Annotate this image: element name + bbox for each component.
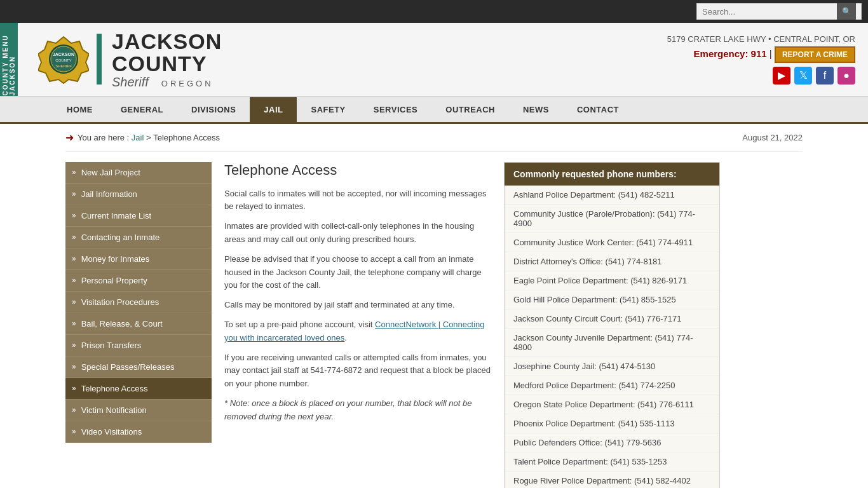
phone-entry: Ashland Police Department: (541) 482-521…	[505, 186, 719, 205]
sidebar-item[interactable]: »Current Inmate List	[65, 205, 212, 227]
you-are-here: You are here :	[78, 133, 129, 142]
sidebar-item-label: Video Visitations	[81, 427, 142, 437]
logo-oregon: OREGON	[161, 79, 214, 88]
breadcrumb-jail-link[interactable]: Jail	[132, 133, 144, 142]
chevron-icon: »	[72, 362, 76, 371]
article: Telephone Access Social calls to inmates…	[224, 162, 491, 430]
svg-text:JACKSON: JACKSON	[53, 52, 74, 57]
article-para-4: Calls may be monitored by jail staff and…	[224, 299, 491, 312]
chevron-icon: »	[72, 319, 76, 328]
breadcrumb-arrow: ➜	[65, 132, 74, 144]
chevron-icon: »	[72, 189, 76, 198]
chevron-icon: »	[72, 276, 76, 285]
header-right: 5179 CRATER LAKE HWY • CENTRAL POINT, OR…	[667, 34, 855, 85]
logo-county: COUNTY	[112, 54, 222, 74]
content-layout: »New Jail Project»Jail Information»Curre…	[65, 162, 803, 488]
phone-entry: Oregon State Police Department: (541) 77…	[505, 395, 719, 414]
article-para-6: If you are receiving unwanted calls or a…	[224, 351, 491, 391]
breadcrumb-current: Telephone Access	[153, 133, 220, 142]
nav-item-outreach[interactable]: OUTREACH	[431, 97, 509, 122]
phone-entry: Josephine County Jail: (541) 474-5130	[505, 357, 719, 376]
side-menu[interactable]: JACKSON COUNTY MENU	[0, 23, 18, 96]
sidebar-item[interactable]: »New Jail Project	[65, 162, 212, 184]
breadcrumb: ➜ You are here : Jail > Telephone Access	[65, 132, 220, 144]
header: JACKSON COUNTY MENU JACKSON COUNTY SHERI…	[0, 23, 868, 97]
phone-entry: Medford Police Department: (541) 774-225…	[505, 376, 719, 395]
nav-item-safety[interactable]: SAFETY	[297, 97, 359, 122]
phone-entry: Rogue River Police Department: (541) 582…	[505, 471, 719, 488]
sidebar-item-label: Personal Property	[81, 276, 147, 285]
phone-entry: Community Justice (Parole/Probation): (5…	[505, 205, 719, 233]
instagram-icon[interactable]: ●	[837, 67, 855, 85]
article-para-1: Social calls to inmates will not be acce…	[224, 187, 491, 214]
phone-entry: Eagle Point Police Department: (541) 826…	[505, 271, 719, 290]
logo-jackson: JACKSON	[112, 29, 222, 54]
sidebar-item-label: Bail, Release, & Court	[81, 319, 163, 329]
sidebar: »New Jail Project»Jail Information»Curre…	[65, 162, 212, 443]
sidebar-item[interactable]: »Telephone Access	[65, 378, 212, 400]
sidebar-item[interactable]: »Victim Notification	[65, 400, 212, 421]
phone-entry: Community Justice Work Center: (541) 774…	[505, 233, 719, 252]
chevron-icon: »	[72, 254, 76, 263]
phone-entry: Jackson County Circuit Court: (541) 776-…	[505, 309, 719, 329]
logo-teal-bar	[97, 34, 102, 85]
sidebar-item-label: Victim Notification	[81, 405, 147, 415]
chevron-icon: »	[72, 211, 76, 220]
phone-entry: District Attorney's Office: (541) 774-81…	[505, 252, 719, 271]
nav-item-divisions[interactable]: DIVISIONS	[177, 97, 250, 122]
chevron-icon: »	[72, 427, 76, 436]
article-para-note: * Note: once a block is placed on your n…	[224, 397, 491, 424]
phone-entry: Phoenix Police Department: (541) 535-111…	[505, 414, 719, 433]
sidebar-item[interactable]: »Visitation Procedures	[65, 292, 212, 313]
twitter-icon[interactable]: 𝕏	[794, 67, 812, 85]
phone-entry: Jackson County Juvenile Department: (541…	[505, 329, 719, 357]
facebook-icon[interactable]: f	[816, 67, 834, 85]
sidebar-item[interactable]: »Money for Inmates	[65, 248, 212, 270]
connect-network-link[interactable]: ConnectNetwork | Connecting you with inc…	[224, 320, 485, 342]
sidebar-item[interactable]: »Personal Property	[65, 270, 212, 292]
article-para-2: Inmates are provided with collect-call-o…	[224, 220, 491, 247]
sidebar-item[interactable]: »Contacting an Inmate	[65, 227, 212, 248]
chevron-icon: »	[72, 405, 76, 414]
chevron-icon: »	[72, 341, 76, 349]
sidebar-item[interactable]: »Prison Transfers	[65, 335, 212, 356]
side-menu-label: JACKSON COUNTY MENU	[2, 23, 16, 96]
search-box[interactable]: 🔍	[696, 3, 862, 20]
phone-entry: Public Defenders Office: (541) 779-5636	[505, 433, 719, 452]
report-crime-button[interactable]: REPORT A CRIME	[775, 46, 855, 63]
sidebar-item[interactable]: »Jail Information	[65, 184, 212, 205]
divider: |	[770, 48, 775, 59]
sidebar-item-label: Prison Transfers	[81, 341, 142, 350]
nav-item-jail[interactable]: JAIL	[250, 97, 297, 122]
sidebar-item-label: Contacting an Inmate	[81, 233, 160, 242]
nav-item-news[interactable]: NEWS	[509, 97, 563, 122]
nav-item-services[interactable]: SERVICES	[360, 97, 432, 122]
svg-text:COUNTY: COUNTY	[55, 58, 71, 62]
nav-item-general[interactable]: GENERAL	[107, 97, 177, 122]
sidebar-item-label: Jail Information	[81, 189, 137, 199]
sidebar-item-label: Money for Inmates	[81, 254, 150, 264]
logo-sheriff: Sheriff	[112, 75, 149, 90]
svg-text:SHERIFF: SHERIFF	[55, 64, 72, 68]
main-nav: HOMEGENERALDIVISIONSJAILSAFETYSERVICESOU…	[0, 97, 868, 124]
logo-text: JACKSON COUNTY Sheriff OREGON	[112, 29, 222, 90]
nav-item-contact[interactable]: CONTACT	[563, 97, 633, 122]
youtube-icon[interactable]: ▶	[773, 67, 790, 85]
chevron-icon: »	[72, 233, 76, 241]
search-button[interactable]: 🔍	[837, 3, 856, 20]
phone-box-body: Ashland Police Department: (541) 482-521…	[505, 186, 719, 488]
sidebar-item[interactable]: »Special Passes/Releases	[65, 356, 212, 378]
search-input[interactable]	[697, 7, 837, 17]
breadcrumb-bar: ➜ You are here : Jail > Telephone Access…	[65, 124, 803, 152]
emergency-label: Emergency: 911	[694, 48, 767, 59]
chevron-icon: »	[72, 384, 76, 393]
sidebar-item[interactable]: »Video Visitations	[65, 421, 212, 443]
top-bar: 🔍	[0, 0, 868, 23]
chevron-icon: »	[72, 297, 76, 306]
sidebar-item[interactable]: »Bail, Release, & Court	[65, 313, 212, 335]
logo-area: JACKSON COUNTY SHERIFF JACKSON COUNTY Sh…	[38, 29, 222, 90]
article-title: Telephone Access	[224, 162, 491, 179]
emergency-line: Emergency: 911 | REPORT A CRIME	[667, 46, 855, 63]
article-para-3: Please be advised that if you choose to …	[224, 253, 491, 292]
nav-item-home[interactable]: HOME	[53, 97, 107, 122]
